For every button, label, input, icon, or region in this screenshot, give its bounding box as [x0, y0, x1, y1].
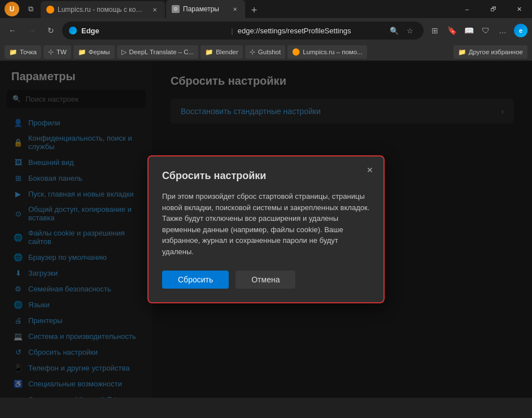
- favorites-icon[interactable]: ☆: [403, 24, 417, 37]
- bookmark-gutshot[interactable]: ⊹ Gutshot: [245, 45, 285, 59]
- add-to-favorites-icon[interactable]: 🔖: [444, 23, 460, 38]
- modal-buttons: Сбросить Отмена: [162, 271, 370, 289]
- restore-button[interactable]: 🗗: [480, 0, 506, 18]
- bookmark-other-icon: 📁: [458, 48, 466, 56]
- browser-essentials-icon[interactable]: 🛡: [478, 23, 494, 38]
- split-view-icon[interactable]: ⊞: [427, 23, 443, 38]
- tab-favicon-settings: ⚙: [172, 5, 180, 13]
- bookmark-tw[interactable]: ⊹ TW: [43, 45, 71, 59]
- content-area: Параметры 🔍 👤 Профили 🔒 Конфиденциальнос…: [0, 61, 532, 398]
- new-tab-button[interactable]: +: [246, 2, 262, 18]
- tab-settings[interactable]: ⚙ Параметры ✕: [166, 0, 245, 18]
- titlebar-tab-groups[interactable]: ⧉: [23, 1, 38, 17]
- back-button[interactable]: ←: [5, 23, 20, 38]
- modal-close-button[interactable]: ✕: [363, 163, 377, 177]
- refresh-button[interactable]: ↻: [43, 23, 59, 38]
- reset-confirm-button[interactable]: Сбросить: [162, 271, 229, 289]
- bookmark-gutshot-icon: ⊹: [250, 48, 255, 56]
- titlebar-left: U ⧉: [5, 1, 38, 17]
- bookmark-blender-icon: 📁: [205, 48, 213, 56]
- bookmark-tochka-label: Точка: [20, 49, 37, 55]
- reset-cancel-button[interactable]: Отмена: [236, 271, 295, 289]
- forward-button[interactable]: →: [24, 23, 40, 38]
- addressbar: ← → ↻ Edge | edge://settings/resetProfil…: [0, 18, 532, 43]
- bookmark-deepl-icon: ▷: [121, 48, 127, 56]
- tab-title-settings: Параметры: [183, 5, 219, 13]
- bookmark-tochka-icon: 📁: [9, 48, 17, 56]
- address-separator: |: [231, 27, 233, 35]
- bookmark-other[interactable]: 📁 Другое избранное: [453, 45, 527, 59]
- bookmark-lumpics[interactable]: 🟠 Lumpics.ru – помо...: [287, 45, 367, 59]
- modal-overlay: ✕ Сбросить настройки При этом произойдет…: [0, 61, 532, 398]
- bookmark-fermy-label: Фермы: [89, 49, 110, 55]
- bookmark-blender-label: Blender: [216, 49, 238, 55]
- window-controls: – 🗗 ✕: [454, 0, 532, 18]
- minimize-button[interactable]: –: [454, 0, 480, 18]
- toolbar-icons: ⊞ 🔖 📖 🛡 … e: [427, 23, 527, 38]
- bookmark-tochka[interactable]: 📁 Точка: [5, 45, 41, 59]
- edge-logo-icon: [69, 27, 77, 34]
- bookmark-lumpics-label: Lumpics.ru – помо...: [303, 49, 363, 55]
- titlebar: U ⧉ Lumpics.ru - помощь с компьют... ✕ ⚙…: [0, 0, 532, 18]
- tab-title-lumpics: Lumpics.ru - помощь с компьют...: [58, 6, 147, 14]
- tab-favicon-lumpics: [46, 6, 54, 14]
- tab-close-settings[interactable]: ✕: [230, 5, 239, 14]
- modal-body-text: При этом произойдет сброс стартовой стра…: [162, 191, 370, 257]
- address-bar-input[interactable]: Edge | edge://settings/resetProfileSetti…: [62, 21, 424, 40]
- copilot-icon[interactable]: e: [514, 24, 527, 37]
- bookmark-lumpics-icon: 🟠: [292, 48, 300, 56]
- reset-settings-modal: ✕ Сбросить настройки При этом произойдет…: [147, 155, 385, 303]
- reading-view-icon[interactable]: 📖: [461, 23, 477, 38]
- tabbar: Lumpics.ru - помощь с компьют... ✕ ⚙ Пар…: [38, 0, 454, 18]
- bookmark-tw-label: TW: [56, 49, 67, 55]
- address-url: edge://settings/resetProfileSettings: [238, 27, 383, 35]
- bookmarks-bar: 📁 Точка ⊹ TW 📁 Фермы ▷ DeepL Translate –…: [0, 43, 532, 61]
- bookmark-gutshot-label: Gutshot: [258, 49, 281, 55]
- tab-close-lumpics[interactable]: ✕: [150, 5, 159, 14]
- more-menu-icon[interactable]: …: [495, 23, 511, 38]
- bookmark-fermy[interactable]: 📁 Фермы: [73, 45, 115, 59]
- search-address-icon[interactable]: 🔍: [387, 24, 401, 37]
- close-button[interactable]: ✕: [506, 0, 532, 18]
- modal-title: Сбросить настройки: [162, 170, 370, 182]
- bookmark-blender[interactable]: 📁 Blender: [200, 45, 243, 59]
- bookmark-other-label: Другое избранное: [469, 49, 523, 55]
- bookmark-deepl-label: DeepL Translate – С...: [129, 49, 194, 55]
- edge-label: Edge: [81, 27, 226, 35]
- bookmark-tw-icon: ⊹: [48, 48, 54, 56]
- tab-lumpics[interactable]: Lumpics.ru - помощь с компьют... ✕: [41, 1, 165, 18]
- bookmark-deepl[interactable]: ▷ DeepL Translate – С...: [117, 45, 199, 59]
- user-avatar[interactable]: U: [5, 2, 19, 16]
- bookmark-fermy-icon: 📁: [78, 48, 86, 56]
- address-icons: 🔍 ☆: [387, 24, 417, 37]
